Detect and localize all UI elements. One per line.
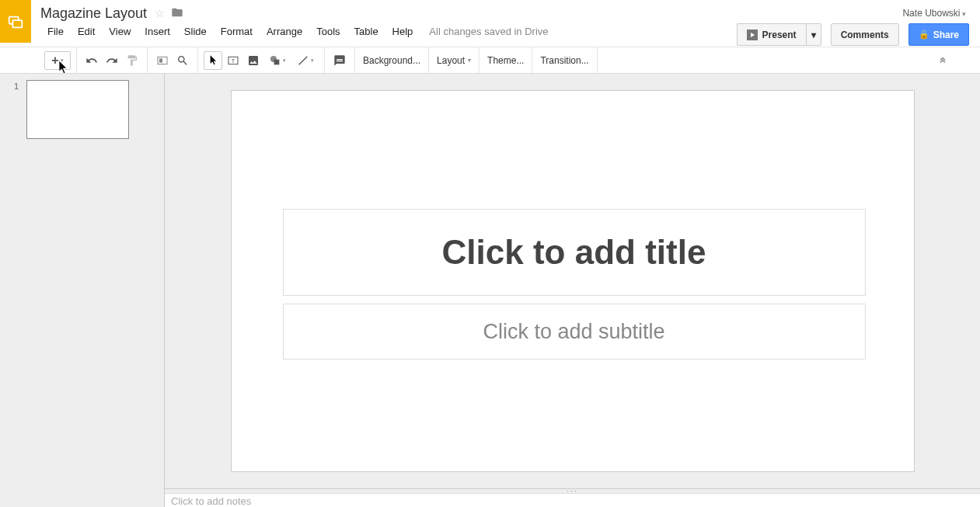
notes-area[interactable]: Click to add notes (165, 493, 980, 507)
background-button[interactable]: Background... (355, 47, 429, 73)
shape-button[interactable] (264, 51, 291, 70)
toolbar: T Background... Layout Theme... Transiti… (0, 47, 980, 74)
svg-line-8 (299, 56, 308, 64)
slide-canvas[interactable]: Click to add title Click to add subtitle (231, 90, 915, 472)
play-icon (747, 30, 758, 40)
transition-button[interactable]: Transition... (532, 47, 597, 73)
select-tool-button[interactable] (204, 51, 222, 70)
menu-view[interactable]: View (102, 23, 138, 40)
theme-button[interactable]: Theme... (480, 47, 532, 73)
menu-arrange[interactable]: Arrange (260, 23, 309, 40)
folder-icon[interactable] (171, 6, 183, 21)
new-slide-button[interactable] (44, 51, 71, 70)
user-menu[interactable]: Nate Ubowski (902, 8, 966, 19)
lock-icon: 🔒 (919, 30, 929, 40)
share-label: Share (933, 30, 959, 40)
save-status: All changes saved in Drive (420, 26, 548, 37)
undo-button[interactable] (82, 51, 101, 70)
menu-slide[interactable]: Slide (177, 23, 214, 40)
zoom-fit-button[interactable] (153, 51, 172, 70)
title-placeholder[interactable]: Click to add title (283, 209, 866, 296)
image-button[interactable] (244, 51, 263, 70)
subtitle-placeholder[interactable]: Click to add subtitle (283, 304, 866, 359)
document-title[interactable]: Magazine Layout (40, 5, 155, 22)
textbox-button[interactable]: T (224, 51, 242, 70)
present-dropdown[interactable]: ▾ (806, 23, 821, 46)
layout-button[interactable]: Layout (429, 47, 480, 73)
menu-tools[interactable]: Tools (309, 23, 347, 40)
svg-rect-3 (159, 58, 162, 62)
slide-thumbnail[interactable]: 1 (0, 80, 164, 139)
menu-table[interactable]: Table (347, 23, 385, 40)
collapse-toolbar-button[interactable] (938, 54, 947, 66)
menu-edit[interactable]: Edit (71, 23, 102, 40)
comments-button[interactable]: Comments (831, 23, 899, 46)
app-logo[interactable] (0, 0, 31, 43)
redo-button[interactable] (103, 51, 121, 70)
slide-number: 1 (14, 80, 26, 139)
present-button[interactable]: Present (737, 23, 806, 46)
slide-panel: 1 (0, 74, 165, 507)
canvas-area[interactable]: Click to add title Click to add subtitle (165, 74, 980, 488)
menu-help[interactable]: Help (385, 23, 420, 40)
present-label: Present (762, 30, 797, 40)
line-button[interactable] (292, 51, 319, 70)
comment-button[interactable] (330, 51, 349, 70)
menu-format[interactable]: Format (214, 23, 260, 40)
svg-text:T: T (232, 57, 235, 64)
svg-rect-1 (12, 20, 22, 27)
thumbnail-image[interactable] (26, 80, 129, 139)
menu-insert[interactable]: Insert (138, 23, 177, 40)
paint-format-button[interactable] (123, 51, 141, 70)
svg-rect-7 (274, 59, 280, 64)
star-icon[interactable]: ☆ (155, 7, 165, 19)
share-button[interactable]: 🔒 Share (909, 23, 969, 46)
menu-file[interactable]: File (40, 23, 71, 40)
zoom-button[interactable] (173, 51, 192, 70)
